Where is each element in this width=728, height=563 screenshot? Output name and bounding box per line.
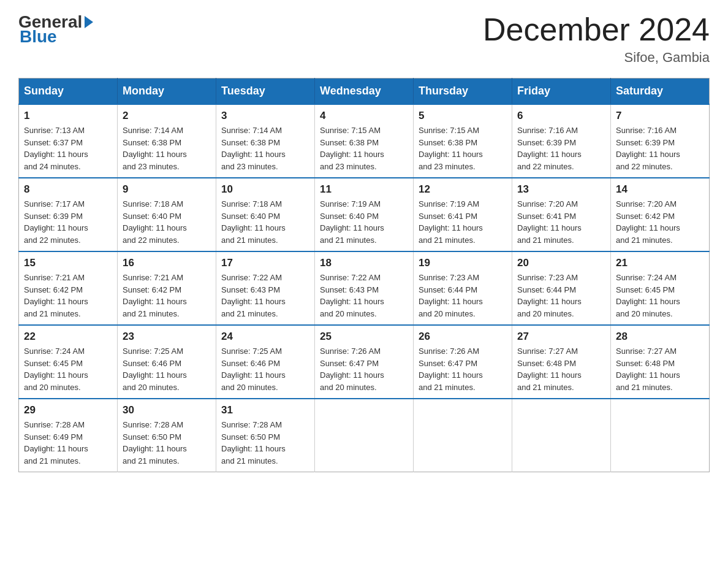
day-number: 13 — [517, 183, 605, 196]
header-wednesday: Wednesday — [315, 79, 414, 105]
day-info: Sunrise: 7:20 AMSunset: 6:42 PMDaylight:… — [616, 198, 704, 246]
day-info: Sunrise: 7:16 AMSunset: 6:39 PMDaylight:… — [616, 124, 704, 172]
calendar-cell: 5Sunrise: 7:15 AMSunset: 6:38 PMDaylight… — [414, 104, 512, 178]
day-info: Sunrise: 7:13 AMSunset: 6:37 PMDaylight:… — [24, 124, 112, 172]
header-sunday: Sunday — [19, 79, 118, 105]
calendar-week-1: 1Sunrise: 7:13 AMSunset: 6:37 PMDaylight… — [19, 104, 710, 178]
calendar-cell: 14Sunrise: 7:20 AMSunset: 6:42 PMDayligh… — [611, 178, 710, 251]
day-info: Sunrise: 7:14 AMSunset: 6:38 PMDaylight:… — [221, 124, 309, 172]
calendar-cell: 7Sunrise: 7:16 AMSunset: 6:39 PMDaylight… — [611, 104, 710, 178]
day-number: 23 — [123, 331, 211, 343]
calendar-cell: 22Sunrise: 7:24 AMSunset: 6:45 PMDayligh… — [19, 325, 118, 399]
day-info: Sunrise: 7:21 AMSunset: 6:42 PMDaylight:… — [24, 272, 112, 320]
calendar-cell: 20Sunrise: 7:23 AMSunset: 6:44 PMDayligh… — [512, 251, 611, 325]
day-number: 8 — [24, 183, 112, 196]
calendar-cell — [414, 399, 512, 472]
calendar-cell: 23Sunrise: 7:25 AMSunset: 6:46 PMDayligh… — [118, 325, 216, 399]
logo-arrow-icon — [85, 16, 93, 28]
day-info: Sunrise: 7:19 AMSunset: 6:40 PMDaylight:… — [320, 198, 408, 246]
day-number: 17 — [221, 257, 309, 269]
day-number: 21 — [616, 257, 704, 269]
day-info: Sunrise: 7:23 AMSunset: 6:44 PMDaylight:… — [419, 272, 507, 320]
calendar-cell — [315, 399, 414, 472]
day-number: 4 — [320, 110, 408, 122]
day-info: Sunrise: 7:19 AMSunset: 6:41 PMDaylight:… — [419, 198, 507, 246]
day-number: 3 — [221, 110, 309, 122]
day-info: Sunrise: 7:24 AMSunset: 6:45 PMDaylight:… — [616, 272, 704, 320]
day-info: Sunrise: 7:23 AMSunset: 6:44 PMDaylight:… — [517, 272, 605, 320]
day-number: 9 — [123, 183, 211, 196]
calendar-cell: 8Sunrise: 7:17 AMSunset: 6:39 PMDaylight… — [19, 178, 118, 251]
calendar-cell: 18Sunrise: 7:22 AMSunset: 6:43 PMDayligh… — [315, 251, 414, 325]
calendar-cell: 13Sunrise: 7:20 AMSunset: 6:41 PMDayligh… — [512, 178, 611, 251]
day-number: 10 — [221, 183, 309, 196]
day-number: 16 — [123, 257, 211, 269]
header-monday: Monday — [118, 79, 216, 105]
day-info: Sunrise: 7:22 AMSunset: 6:43 PMDaylight:… — [221, 272, 309, 320]
day-info: Sunrise: 7:18 AMSunset: 6:40 PMDaylight:… — [221, 198, 309, 246]
day-number: 2 — [123, 110, 211, 122]
day-info: Sunrise: 7:15 AMSunset: 6:38 PMDaylight:… — [320, 124, 408, 172]
day-info: Sunrise: 7:26 AMSunset: 6:47 PMDaylight:… — [320, 345, 408, 393]
calendar-body: 1Sunrise: 7:13 AMSunset: 6:37 PMDaylight… — [19, 104, 710, 472]
day-number: 11 — [320, 183, 408, 196]
day-info: Sunrise: 7:21 AMSunset: 6:42 PMDaylight:… — [123, 272, 211, 320]
day-number: 29 — [24, 404, 112, 416]
calendar-cell: 15Sunrise: 7:21 AMSunset: 6:42 PMDayligh… — [19, 251, 118, 325]
day-number: 20 — [517, 257, 605, 269]
calendar-cell: 28Sunrise: 7:27 AMSunset: 6:48 PMDayligh… — [611, 325, 710, 399]
day-info: Sunrise: 7:26 AMSunset: 6:47 PMDaylight:… — [419, 345, 507, 393]
day-info: Sunrise: 7:27 AMSunset: 6:48 PMDaylight:… — [517, 345, 605, 393]
day-number: 27 — [517, 331, 605, 343]
header-friday: Friday — [512, 79, 611, 105]
calendar-cell: 31Sunrise: 7:28 AMSunset: 6:50 PMDayligh… — [216, 399, 315, 472]
day-number: 15 — [24, 257, 112, 269]
calendar-week-3: 15Sunrise: 7:21 AMSunset: 6:42 PMDayligh… — [19, 251, 710, 325]
day-info: Sunrise: 7:18 AMSunset: 6:40 PMDaylight:… — [123, 198, 211, 246]
day-info: Sunrise: 7:25 AMSunset: 6:46 PMDaylight:… — [123, 345, 211, 393]
calendar-cell — [512, 399, 611, 472]
day-info: Sunrise: 7:27 AMSunset: 6:48 PMDaylight:… — [616, 345, 704, 393]
calendar-cell: 9Sunrise: 7:18 AMSunset: 6:40 PMDaylight… — [118, 178, 216, 251]
calendar-cell: 19Sunrise: 7:23 AMSunset: 6:44 PMDayligh… — [414, 251, 512, 325]
day-number: 18 — [320, 257, 408, 269]
header-tuesday: Tuesday — [216, 79, 315, 105]
day-info: Sunrise: 7:15 AMSunset: 6:38 PMDaylight:… — [419, 124, 507, 172]
logo: General Blue — [18, 12, 93, 47]
calendar-week-5: 29Sunrise: 7:28 AMSunset: 6:49 PMDayligh… — [19, 399, 710, 472]
day-info: Sunrise: 7:14 AMSunset: 6:38 PMDaylight:… — [123, 124, 211, 172]
logo-blue: Blue — [20, 27, 57, 47]
calendar-cell: 17Sunrise: 7:22 AMSunset: 6:43 PMDayligh… — [216, 251, 315, 325]
calendar-cell — [611, 399, 710, 472]
calendar-cell: 2Sunrise: 7:14 AMSunset: 6:38 PMDaylight… — [118, 104, 216, 178]
day-number: 19 — [419, 257, 507, 269]
location-subtitle: Sifoe, Gambia — [483, 50, 710, 66]
calendar-week-4: 22Sunrise: 7:24 AMSunset: 6:45 PMDayligh… — [19, 325, 710, 399]
day-info: Sunrise: 7:28 AMSunset: 6:50 PMDaylight:… — [123, 419, 211, 467]
calendar-cell: 12Sunrise: 7:19 AMSunset: 6:41 PMDayligh… — [414, 178, 512, 251]
day-number: 5 — [419, 110, 507, 122]
calendar-cell: 21Sunrise: 7:24 AMSunset: 6:45 PMDayligh… — [611, 251, 710, 325]
calendar-cell: 29Sunrise: 7:28 AMSunset: 6:49 PMDayligh… — [19, 399, 118, 472]
day-info: Sunrise: 7:28 AMSunset: 6:50 PMDaylight:… — [221, 419, 309, 467]
title-section: December 2024 Sifoe, Gambia — [483, 12, 710, 66]
calendar-cell: 1Sunrise: 7:13 AMSunset: 6:37 PMDaylight… — [19, 104, 118, 178]
day-info: Sunrise: 7:16 AMSunset: 6:39 PMDaylight:… — [517, 124, 605, 172]
day-number: 28 — [616, 331, 704, 343]
day-info: Sunrise: 7:17 AMSunset: 6:39 PMDaylight:… — [24, 198, 112, 246]
day-number: 12 — [419, 183, 507, 196]
page-header: General Blue December 2024 Sifoe, Gambia — [18, 12, 710, 66]
calendar-table: SundayMondayTuesdayWednesdayThursdayFrid… — [18, 78, 710, 472]
calendar-week-2: 8Sunrise: 7:17 AMSunset: 6:39 PMDaylight… — [19, 178, 710, 251]
calendar-cell: 25Sunrise: 7:26 AMSunset: 6:47 PMDayligh… — [315, 325, 414, 399]
calendar-cell: 6Sunrise: 7:16 AMSunset: 6:39 PMDaylight… — [512, 104, 611, 178]
day-number: 24 — [221, 331, 309, 343]
day-info: Sunrise: 7:24 AMSunset: 6:45 PMDaylight:… — [24, 345, 112, 393]
day-number: 30 — [123, 404, 211, 416]
calendar-cell: 11Sunrise: 7:19 AMSunset: 6:40 PMDayligh… — [315, 178, 414, 251]
calendar-cell: 10Sunrise: 7:18 AMSunset: 6:40 PMDayligh… — [216, 178, 315, 251]
day-number: 25 — [320, 331, 408, 343]
day-info: Sunrise: 7:25 AMSunset: 6:46 PMDaylight:… — [221, 345, 309, 393]
day-number: 31 — [221, 404, 309, 416]
calendar-header-row: SundayMondayTuesdayWednesdayThursdayFrid… — [19, 79, 710, 105]
